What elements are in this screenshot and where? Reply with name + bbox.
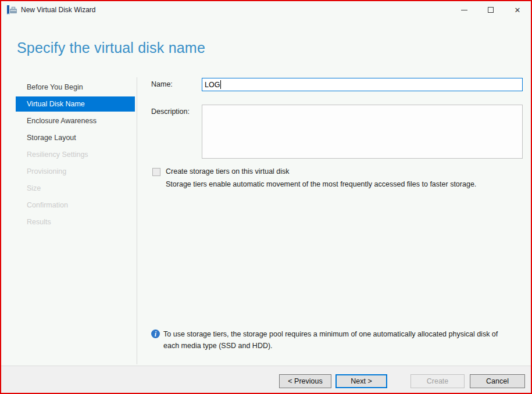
create-button: Create: [410, 374, 465, 388]
minimize-icon: [461, 10, 467, 10]
footer: < Previous Next > Create Cancel: [1, 366, 531, 393]
name-label: Name:: [151, 80, 173, 88]
window-title: New Virtual Disk Wizard: [21, 1, 95, 19]
info-note-text: To use storage tiers, the storage pool r…: [163, 328, 499, 352]
text-caret: [220, 80, 221, 89]
maximize-button[interactable]: [477, 1, 504, 19]
description-input[interactable]: [202, 105, 523, 159]
sidebar-item-results: Results: [16, 213, 135, 230]
new-virtual-disk-wizard-window: New Virtual Disk Wizard ✕ Specify the vi…: [0, 0, 532, 394]
cancel-button[interactable]: Cancel: [470, 374, 525, 388]
page-title: Specify the virtual disk name: [17, 40, 205, 56]
titlebar[interactable]: New Virtual Disk Wizard ✕: [1, 1, 531, 19]
wizard-steps-sidebar: Before You Begin Virtual Disk Name Enclo…: [16, 78, 135, 230]
server-manager-icon: [7, 5, 17, 15]
sidebar-item-size: Size: [16, 180, 135, 196]
storage-tiers-checkbox: [152, 168, 160, 176]
previous-button[interactable]: < Previous: [279, 374, 331, 388]
sidebar-item-resiliency-settings: Resiliency Settings: [16, 146, 135, 163]
name-input[interactable]: [202, 78, 523, 91]
sidebar-item-virtual-disk-name[interactable]: Virtual Disk Name: [16, 96, 135, 112]
sidebar-item-confirmation: Confirmation: [16, 196, 135, 213]
close-button[interactable]: ✕: [504, 1, 531, 19]
storage-tiers-checkbox-label: Create storage tiers on this virtual dis…: [166, 167, 290, 175]
info-note: i To use storage tiers, the storage pool…: [151, 328, 500, 352]
sidebar-item-before-you-begin[interactable]: Before You Begin: [16, 78, 135, 95]
next-button[interactable]: Next >: [335, 374, 387, 388]
sidebar-item-enclosure-awareness[interactable]: Enclosure Awareness: [16, 112, 135, 129]
storage-tiers-help-text: Storage tiers enable automatic movement …: [166, 178, 499, 190]
info-icon: i: [151, 329, 160, 338]
close-icon: ✕: [515, 6, 521, 14]
window-controls: ✕: [451, 1, 531, 19]
description-label: Description:: [151, 108, 190, 116]
sidebar-divider: [137, 77, 137, 364]
sidebar-item-storage-layout[interactable]: Storage Layout: [16, 129, 135, 146]
maximize-icon: [488, 7, 494, 13]
minimize-button[interactable]: [451, 1, 477, 19]
sidebar-item-provisioning: Provisioning: [16, 163, 135, 180]
